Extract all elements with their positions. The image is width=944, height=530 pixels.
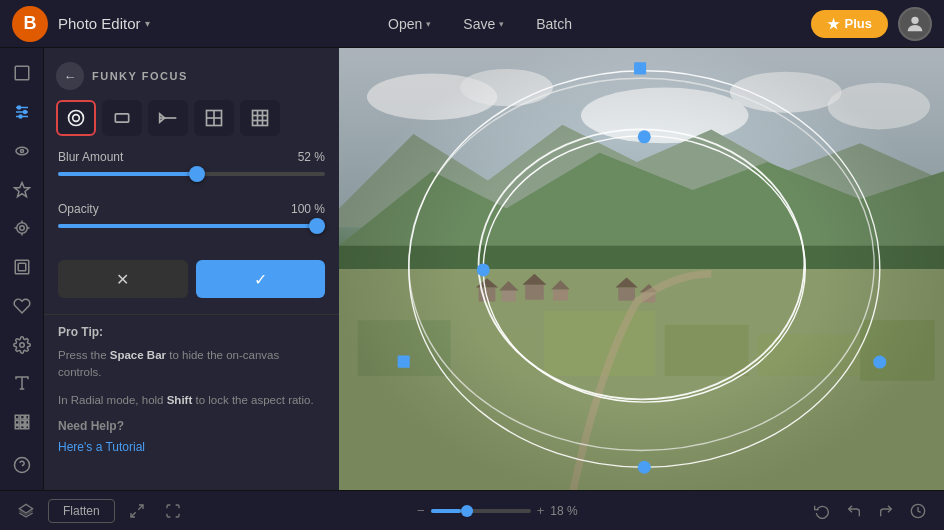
batch-button[interactable]: Batch bbox=[522, 10, 586, 38]
sidebar-item-star[interactable] bbox=[4, 172, 40, 207]
svg-rect-27 bbox=[25, 420, 28, 424]
undo-button[interactable] bbox=[840, 499, 868, 523]
mode-linear-button[interactable] bbox=[148, 100, 188, 136]
svg-point-0 bbox=[911, 16, 918, 23]
svg-point-11 bbox=[19, 226, 24, 231]
mode-radial-button[interactable] bbox=[56, 100, 96, 136]
svg-rect-41 bbox=[253, 111, 268, 126]
sidebar-item-texture[interactable] bbox=[4, 405, 40, 440]
panel: ← FUNKY FOCUS bbox=[44, 48, 339, 490]
layers-button[interactable] bbox=[12, 499, 40, 523]
zoom-plus-icon[interactable]: + bbox=[537, 503, 545, 518]
mode-custom-button[interactable] bbox=[240, 100, 280, 136]
svg-line-88 bbox=[138, 505, 143, 510]
svg-rect-25 bbox=[15, 420, 19, 424]
svg-point-82 bbox=[638, 130, 651, 143]
batch-label: Batch bbox=[536, 16, 572, 32]
sidebar-item-text[interactable] bbox=[4, 366, 40, 401]
svg-rect-83 bbox=[398, 356, 410, 368]
mode-grid-button[interactable] bbox=[194, 100, 234, 136]
sidebar-item-eye[interactable] bbox=[4, 133, 40, 168]
open-button[interactable]: Open ▾ bbox=[374, 10, 445, 38]
confirm-button[interactable]: ✓ bbox=[196, 260, 326, 298]
top-nav: Open ▾ Save ▾ Batch bbox=[374, 10, 586, 38]
svg-rect-79 bbox=[634, 62, 646, 74]
plus-label: Plus bbox=[845, 16, 872, 31]
zoom-minus-icon[interactable]: − bbox=[417, 503, 425, 518]
blur-value: 52 % bbox=[298, 150, 325, 164]
svg-rect-22 bbox=[15, 415, 19, 419]
panel-title: FUNKY FOCUS bbox=[92, 70, 188, 82]
svg-line-89 bbox=[131, 512, 136, 517]
radial-overlay-svg bbox=[339, 48, 944, 490]
action-buttons: ✕ ✓ bbox=[44, 254, 339, 314]
app-title: Photo Editor ▾ bbox=[58, 15, 150, 32]
rotate-button[interactable] bbox=[808, 499, 836, 523]
icon-bar bbox=[0, 48, 44, 490]
svg-marker-10 bbox=[14, 182, 29, 196]
canvas-area bbox=[339, 48, 944, 490]
svg-rect-28 bbox=[15, 426, 19, 429]
save-button[interactable]: Save ▾ bbox=[449, 10, 518, 38]
svg-point-5 bbox=[17, 106, 20, 109]
mode-rect-button[interactable] bbox=[102, 100, 142, 136]
svg-point-9 bbox=[20, 149, 23, 152]
cancel-button[interactable]: ✕ bbox=[58, 260, 188, 298]
sidebar-item-settings[interactable] bbox=[4, 327, 40, 362]
history-button[interactable] bbox=[904, 499, 932, 523]
need-help-label: Need Help? bbox=[58, 419, 325, 433]
open-label: Open bbox=[388, 16, 422, 32]
svg-point-77 bbox=[483, 136, 805, 402]
pro-tip-title: Pro Tip: bbox=[58, 325, 325, 339]
zoom-controls: − + 18 % bbox=[195, 503, 800, 518]
plus-button[interactable]: ★ Plus bbox=[811, 10, 888, 38]
star-icon: ★ bbox=[827, 16, 840, 32]
sidebar-item-crop[interactable] bbox=[4, 56, 40, 91]
svg-rect-35 bbox=[115, 114, 128, 122]
opacity-section: Opacity 100 % bbox=[44, 202, 339, 254]
svg-point-33 bbox=[69, 111, 84, 126]
save-chevron-icon: ▾ bbox=[499, 19, 504, 29]
pro-tip: Pro Tip: Press the Space Bar to hide the… bbox=[44, 314, 339, 465]
sidebar-item-frame[interactable] bbox=[4, 250, 40, 285]
cancel-icon: ✕ bbox=[116, 270, 129, 289]
svg-rect-23 bbox=[20, 415, 24, 419]
sidebar-item-heart[interactable] bbox=[4, 288, 40, 323]
sidebar-item-effects[interactable] bbox=[4, 211, 40, 246]
app-title-chevron[interactable]: ▾ bbox=[145, 18, 150, 29]
sidebar-item-tune[interactable] bbox=[4, 95, 40, 130]
svg-point-6 bbox=[23, 111, 26, 114]
mode-buttons bbox=[44, 100, 339, 150]
svg-point-7 bbox=[19, 115, 22, 118]
svg-point-8 bbox=[16, 147, 28, 155]
main-layout: ← FUNKY FOCUS bbox=[0, 48, 944, 490]
zoom-value: 18 % bbox=[550, 504, 577, 518]
blur-slider-track[interactable] bbox=[58, 172, 325, 176]
blur-label: Blur Amount bbox=[58, 150, 123, 164]
app-logo: B bbox=[12, 6, 48, 42]
zoom-slider[interactable] bbox=[431, 509, 531, 513]
redo-button[interactable] bbox=[872, 499, 900, 523]
save-label: Save bbox=[463, 16, 495, 32]
sidebar-item-help[interactable] bbox=[4, 447, 40, 482]
avatar[interactable] bbox=[898, 7, 932, 41]
pro-tip-text-2: In Radial mode, hold Shift to lock the a… bbox=[58, 392, 325, 409]
flatten-button[interactable]: Flatten bbox=[48, 499, 115, 523]
svg-point-80 bbox=[477, 263, 490, 276]
confirm-icon: ✓ bbox=[254, 270, 267, 289]
panel-back-button[interactable]: ← bbox=[56, 62, 84, 90]
open-chevron-icon: ▾ bbox=[426, 19, 431, 29]
svg-rect-29 bbox=[20, 426, 24, 429]
fullscreen-button[interactable] bbox=[159, 499, 187, 523]
pro-tip-text-1: Press the Space Bar to hide the on-canva… bbox=[58, 347, 325, 382]
svg-point-12 bbox=[16, 223, 27, 234]
blur-amount-section: Blur Amount 52 % bbox=[44, 150, 339, 202]
expand-button[interactable] bbox=[123, 499, 151, 523]
svg-rect-26 bbox=[20, 420, 24, 424]
opacity-value: 100 % bbox=[291, 202, 325, 216]
svg-rect-30 bbox=[25, 426, 28, 429]
opacity-slider-track[interactable] bbox=[58, 224, 325, 228]
tutorial-link[interactable]: Here's a Tutorial bbox=[58, 440, 145, 454]
panel-header: ← FUNKY FOCUS bbox=[44, 48, 339, 100]
opacity-label: Opacity bbox=[58, 202, 99, 216]
